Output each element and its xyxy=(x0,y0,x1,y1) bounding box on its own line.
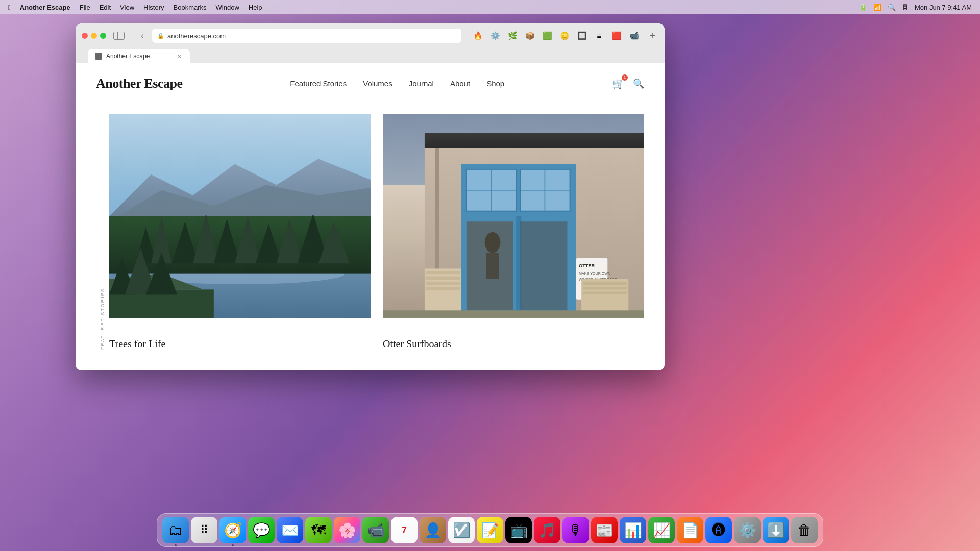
appstore-icon: 🅐 xyxy=(712,522,726,539)
dock-item-calendar[interactable]: 7 xyxy=(391,517,418,543)
dock-item-contacts[interactable]: 👤 xyxy=(420,517,446,543)
story-title-1: Trees for Life xyxy=(109,338,371,350)
tab-favicon xyxy=(95,53,102,60)
dock-item-numbers[interactable]: 📈 xyxy=(648,517,675,543)
svg-rect-41 xyxy=(426,287,460,290)
dock-item-reminders[interactable]: ☑️ xyxy=(448,517,475,543)
toolbar-icon-7[interactable]: 🔲 xyxy=(575,29,589,43)
dock-item-finder[interactable]: 🗂 xyxy=(162,517,189,543)
browser-tab-active[interactable]: Another Escape ✕ xyxy=(88,49,190,63)
control-center-icon[interactable]: 🎛 xyxy=(902,4,909,11)
cart-icon[interactable]: 🛒 1 xyxy=(612,78,625,90)
toolbar-icon-8[interactable]: ≡ xyxy=(592,29,606,43)
add-tab-button[interactable]: + xyxy=(646,30,658,42)
story-image-wrapper-2: OTTER MAKE YOUR OWN WINTER SURFBOARD xyxy=(383,114,644,330)
maps-icon: 🗺 xyxy=(311,522,326,539)
dock-item-podcasts[interactable]: 🎙 xyxy=(562,517,589,543)
story-title-2: Otter Surfboards xyxy=(383,338,644,350)
story-cards: THE NATURAL WORLD VOLUME Trees for Life xyxy=(109,114,644,350)
back-button[interactable]: ‹ xyxy=(138,31,147,40)
menu-view[interactable]: View xyxy=(120,4,134,11)
dock-item-maps[interactable]: 🗺 xyxy=(305,517,332,543)
music-icon: 🎵 xyxy=(538,522,556,539)
toolbar-icon-5[interactable]: 🟩 xyxy=(540,29,554,43)
svg-rect-47 xyxy=(583,282,627,285)
url-text[interactable]: anotherescape.com xyxy=(167,32,226,40)
toolbar-icon-1[interactable]: 🔥 xyxy=(471,29,485,43)
dock-item-messages[interactable]: 💬 xyxy=(248,517,275,543)
dock-item-news[interactable]: 📰 xyxy=(591,517,618,543)
contacts-icon: 👤 xyxy=(424,522,442,539)
menu-history[interactable]: History xyxy=(143,4,164,11)
story-image-wrapper-1: THE NATURAL WORLD VOLUME xyxy=(109,114,371,330)
toolbar-icon-4[interactable]: 📦 xyxy=(523,29,537,43)
website-content: Another Escape Featured Stories Volumes … xyxy=(76,63,665,370)
dock-item-music[interactable]: 🎵 xyxy=(534,517,560,543)
svg-rect-22 xyxy=(425,133,644,148)
sidebar-toggle-button[interactable] xyxy=(113,32,125,40)
browser-chrome: ‹ 🔒 anotherescape.com 🔥 ⚙️ 🌿 📦 🟩 🪙 🔲 ≡ 🟥… xyxy=(76,23,665,63)
dock-item-notes[interactable]: 📝 xyxy=(477,517,503,543)
menubar-right: 🔋 📶 🔍 🎛 Mon Jun 7 9:41 AM xyxy=(859,4,972,11)
dock-item-system-preferences[interactable]: ⚙️ xyxy=(734,517,761,543)
dock-item-appstore[interactable]: 🅐 xyxy=(705,517,732,543)
search-icon[interactable]: 🔍 xyxy=(633,78,644,89)
dock-item-facetime[interactable]: 📹 xyxy=(362,517,389,543)
menu-edit[interactable]: Edit xyxy=(100,4,111,11)
app-menu-safari[interactable]: Another Escape xyxy=(20,4,70,11)
news-icon: 📰 xyxy=(596,522,614,539)
nav-link-shop[interactable]: Shop xyxy=(486,79,504,88)
svg-text:MAKE YOUR OWN: MAKE YOUR OWN xyxy=(579,272,610,276)
toolbar-icon-3[interactable]: 🌿 xyxy=(505,29,520,43)
dock-item-photos[interactable]: 🌸 xyxy=(334,517,360,543)
messages-icon: 💬 xyxy=(253,522,271,539)
dock-item-mail[interactable]: ✉️ xyxy=(277,517,303,543)
toolbar-icon-6[interactable]: 🪙 xyxy=(557,29,572,43)
dock-item-pages[interactable]: 📄 xyxy=(677,517,703,543)
address-bar[interactable]: 🔒 anotherescape.com xyxy=(152,29,461,43)
tab-bar: Another Escape ✕ xyxy=(82,47,658,63)
cart-badge: 1 xyxy=(622,74,628,81)
browser-window: ‹ 🔒 anotherescape.com 🔥 ⚙️ 🌿 📦 🟩 🪙 🔲 ≡ 🟥… xyxy=(76,23,665,370)
nav-links: Featured Stories Volumes Journal About S… xyxy=(290,79,504,88)
menu-bookmarks[interactable]: Bookmarks xyxy=(174,4,207,11)
dock-item-downloader[interactable]: ⬇️ xyxy=(763,517,789,543)
story-card-otter-surfboards[interactable]: OTTER MAKE YOUR OWN WINTER SURFBOARD xyxy=(383,114,644,350)
calendar-icon: 7 xyxy=(402,525,407,536)
toolbar-icon-10[interactable]: 📹 xyxy=(627,29,641,43)
menu-window[interactable]: Window xyxy=(216,4,239,11)
maximize-button[interactable] xyxy=(100,33,106,39)
site-navigation: Another Escape Featured Stories Volumes … xyxy=(76,63,665,104)
dock-item-trash[interactable]: 🗑 xyxy=(791,517,818,543)
search-menubar-icon[interactable]: 🔍 xyxy=(888,4,896,11)
menu-help[interactable]: Help xyxy=(249,4,262,11)
mail-icon: ✉️ xyxy=(281,522,299,539)
toolbar-icon-2[interactable]: ⚙️ xyxy=(488,29,502,43)
nav-link-journal[interactable]: Journal xyxy=(409,79,434,88)
nav-link-volumes[interactable]: Volumes xyxy=(363,79,393,88)
dock-item-keynote[interactable]: 📊 xyxy=(620,517,646,543)
apple-menu[interactable]:  xyxy=(8,4,11,11)
battery-icon: 🔋 xyxy=(859,4,867,11)
svg-text:OTTER: OTTER xyxy=(579,263,595,268)
close-button[interactable] xyxy=(82,33,88,39)
nav-link-featured-stories[interactable]: Featured Stories xyxy=(290,79,347,88)
launchpad-icon: ⠿ xyxy=(200,523,208,537)
finder-active-dot xyxy=(175,544,177,546)
svg-rect-49 xyxy=(583,291,627,294)
dock: 🗂 ⠿ 🧭 💬 ✉️ 🗺 🌸 📹 7 👤 ☑️ 📝 📺 🎵 🎙 xyxy=(157,513,823,547)
menu-file[interactable]: File xyxy=(80,4,90,11)
dock-item-tv[interactable]: 📺 xyxy=(505,517,532,543)
nav-link-about[interactable]: About xyxy=(450,79,470,88)
site-logo[interactable]: Another Escape xyxy=(96,76,182,91)
dock-item-launchpad[interactable]: ⠿ xyxy=(191,517,217,543)
tab-title: Another Escape xyxy=(106,53,150,60)
story-image-forest xyxy=(109,114,371,318)
toolbar-icon-9[interactable]: 🟥 xyxy=(609,29,624,43)
story-card-trees-for-life[interactable]: THE NATURAL WORLD VOLUME Trees for Life xyxy=(109,114,371,350)
menubar:  Another Escape File Edit View History … xyxy=(0,0,980,14)
dock-item-safari[interactable]: 🧭 xyxy=(219,517,246,543)
tab-close-button[interactable]: ✕ xyxy=(176,53,183,60)
nav-actions: 🛒 1 🔍 xyxy=(612,78,644,90)
minimize-button[interactable] xyxy=(91,33,97,39)
